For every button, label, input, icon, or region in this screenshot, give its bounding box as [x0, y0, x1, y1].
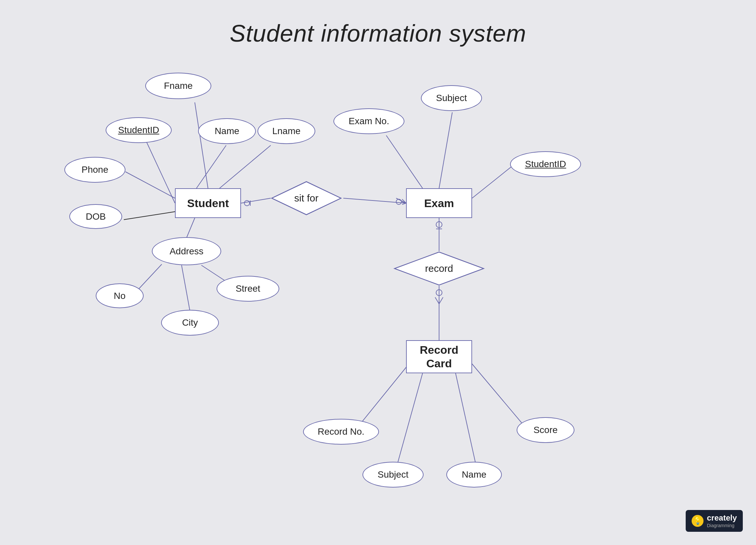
- svg-line-27: [435, 297, 439, 304]
- logo-bulb-icon: 💡: [692, 515, 704, 527]
- attr-subject-rc-label: Subject: [378, 469, 408, 480]
- attr-name[interactable]: Name: [198, 118, 256, 144]
- attr-address-label: Address: [170, 246, 204, 256]
- logo-main-text: creately: [707, 513, 737, 523]
- attr-no[interactable]: No: [96, 284, 144, 308]
- svg-point-26: [436, 290, 442, 296]
- attr-studentid-label: StudentID: [118, 125, 159, 135]
- svg-line-1: [196, 145, 226, 188]
- attr-score[interactable]: Score: [517, 417, 574, 443]
- attr-record-no[interactable]: Record No.: [303, 419, 379, 445]
- attr-exam-no-label: Exam No.: [349, 116, 389, 126]
- svg-line-21: [472, 165, 513, 198]
- svg-point-23: [436, 221, 442, 227]
- svg-line-14: [396, 198, 406, 203]
- attr-dob-label: DOB: [86, 211, 106, 222]
- attr-dob[interactable]: DOB: [69, 204, 122, 229]
- svg-line-16: [402, 199, 406, 203]
- attr-no-label: No: [114, 291, 126, 301]
- attr-lname-label: Lname: [272, 126, 301, 136]
- attr-score-label: Score: [533, 425, 558, 435]
- attr-studentid2-label: StudentID: [525, 159, 566, 169]
- svg-line-31: [398, 373, 423, 462]
- logo-sub-text: Diagramming: [707, 523, 737, 528]
- attr-studentid[interactable]: StudentID: [106, 117, 172, 143]
- svg-line-0: [142, 132, 175, 203]
- attr-fname-label: Fname: [164, 81, 192, 91]
- attr-studentid2[interactable]: StudentID: [510, 151, 581, 177]
- attr-name-label: Name: [215, 126, 239, 136]
- svg-line-20: [439, 112, 452, 188]
- entity-exam[interactable]: Exam: [406, 188, 472, 218]
- attr-lname[interactable]: Lname: [258, 118, 315, 144]
- entity-record-card[interactable]: Record Card: [406, 340, 472, 373]
- attr-city[interactable]: City: [161, 310, 219, 336]
- relationship-sit-for[interactable]: sit for: [270, 180, 343, 216]
- relationship-record[interactable]: record: [393, 250, 485, 287]
- svg-point-15: [396, 199, 401, 204]
- svg-line-13: [343, 198, 406, 203]
- entity-record-card-label: Record Card: [420, 343, 458, 370]
- svg-point-11: [244, 200, 250, 206]
- svg-line-6: [187, 218, 195, 238]
- attr-subject-exam[interactable]: Subject: [421, 85, 482, 111]
- entity-student[interactable]: Student: [175, 188, 241, 218]
- svg-line-17: [402, 203, 406, 204]
- attr-subject-exam-label: Subject: [436, 93, 467, 103]
- logo-icon: 💡: [693, 517, 702, 525]
- svg-line-5: [124, 211, 177, 220]
- creately-logo: 💡 creately Diagramming: [686, 510, 743, 532]
- entity-exam-label: Exam: [424, 197, 454, 210]
- attr-street-label: Street: [236, 284, 260, 294]
- svg-line-28: [439, 297, 443, 304]
- svg-line-8: [182, 265, 190, 311]
- svg-line-10: [241, 198, 271, 203]
- svg-line-19: [386, 135, 423, 188]
- attr-fname[interactable]: Fname: [145, 73, 211, 99]
- svg-line-32: [456, 373, 475, 462]
- attr-record-no-label: Record No.: [318, 426, 364, 437]
- relationship-record-label: record: [425, 263, 453, 274]
- attr-phone[interactable]: Phone: [64, 157, 125, 183]
- svg-line-30: [360, 363, 409, 425]
- attr-city-label: City: [182, 318, 198, 328]
- svg-line-18: [402, 202, 406, 203]
- attr-name-rc[interactable]: Name: [446, 462, 502, 488]
- svg-line-33: [469, 360, 522, 423]
- attr-address[interactable]: Address: [152, 237, 221, 265]
- relationship-sit-for-label: sit for: [294, 192, 318, 204]
- entity-student-label: Student: [187, 197, 229, 210]
- attr-exam-no[interactable]: Exam No.: [333, 108, 404, 134]
- attr-subject-rc[interactable]: Subject: [362, 462, 424, 488]
- attr-name-rc-label: Name: [462, 469, 487, 480]
- svg-line-2: [195, 102, 208, 188]
- svg-line-9: [139, 264, 162, 289]
- svg-line-4: [125, 172, 175, 198]
- logo-text: creately Diagramming: [707, 513, 737, 528]
- svg-line-3: [220, 145, 271, 188]
- attr-street[interactable]: Street: [217, 276, 279, 302]
- attr-phone-label: Phone: [82, 164, 108, 175]
- page-title: Student information system: [0, 0, 756, 47]
